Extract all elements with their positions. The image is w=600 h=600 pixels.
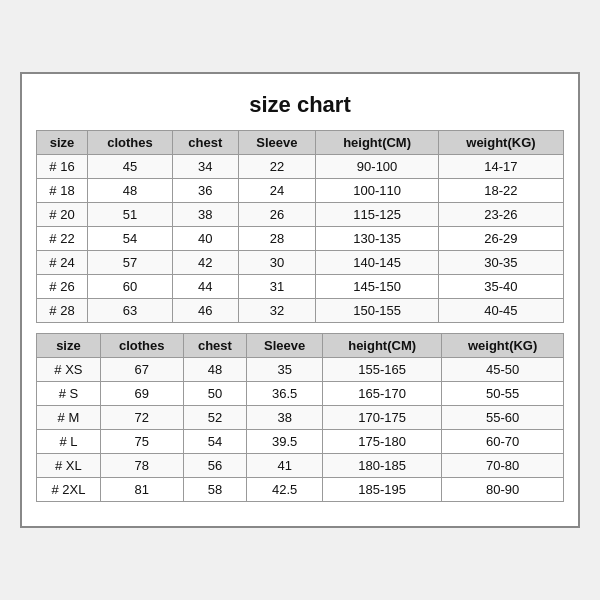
table-cell: 60-70	[442, 430, 564, 454]
table2-header-cell: chest	[183, 334, 247, 358]
table2-header-cell: height(CM)	[322, 334, 441, 358]
table-row: # 1645342290-10014-17	[37, 155, 564, 179]
table-cell: 165-170	[322, 382, 441, 406]
table-row: # 28634632150-15540-45	[37, 299, 564, 323]
table-cell: 30-35	[438, 251, 563, 275]
table-cell: 145-150	[316, 275, 439, 299]
table2-header-cell: weight(KG)	[442, 334, 564, 358]
table-cell: 130-135	[316, 227, 439, 251]
table1-body: # 1645342290-10014-17# 18483624100-11018…	[37, 155, 564, 323]
table-cell: # 20	[37, 203, 88, 227]
table2-header-cell: Sleeve	[247, 334, 323, 358]
table-cell: 180-185	[322, 454, 441, 478]
table-cell: 140-145	[316, 251, 439, 275]
table1-header-cell: clothes	[88, 131, 173, 155]
table2-header-cell: clothes	[100, 334, 183, 358]
table-row: # M725238170-17555-60	[37, 406, 564, 430]
table-row: # XS674835155-16545-50	[37, 358, 564, 382]
table-cell: 44	[172, 275, 238, 299]
table-cell: 26	[238, 203, 316, 227]
table-cell: 81	[100, 478, 183, 502]
table-cell: # 24	[37, 251, 88, 275]
table-cell: 45	[88, 155, 173, 179]
table-cell: 45-50	[442, 358, 564, 382]
size-chart-container: size chart sizeclotheschestSleeveheight(…	[20, 72, 580, 528]
table-cell: 38	[172, 203, 238, 227]
table-cell: 50	[183, 382, 247, 406]
table-cell: 32	[238, 299, 316, 323]
table-cell: 72	[100, 406, 183, 430]
table-row: # 2XL815842.5185-19580-90	[37, 478, 564, 502]
table1-header-cell: chest	[172, 131, 238, 155]
table-cell: 31	[238, 275, 316, 299]
table2-body: # XS674835155-16545-50# S695036.5165-170…	[37, 358, 564, 502]
table-cell: 14-17	[438, 155, 563, 179]
table-cell: 100-110	[316, 179, 439, 203]
table-cell: 115-125	[316, 203, 439, 227]
table-cell: # 26	[37, 275, 88, 299]
table-cell: # XS	[37, 358, 101, 382]
table-cell: 58	[183, 478, 247, 502]
table-cell: 46	[172, 299, 238, 323]
table-cell: 26-29	[438, 227, 563, 251]
table-cell: 24	[238, 179, 316, 203]
table-row: # 18483624100-11018-22	[37, 179, 564, 203]
table-cell: 30	[238, 251, 316, 275]
table-cell: 150-155	[316, 299, 439, 323]
table-cell: 48	[88, 179, 173, 203]
table-row: # 26604431145-15035-40	[37, 275, 564, 299]
table-cell: 34	[172, 155, 238, 179]
table-cell: 78	[100, 454, 183, 478]
table-cell: 40	[172, 227, 238, 251]
table-cell: 80-90	[442, 478, 564, 502]
table-cell: # 16	[37, 155, 88, 179]
table-cell: 67	[100, 358, 183, 382]
size-table-2: sizeclotheschestSleeveheight(CM)weight(K…	[36, 333, 564, 502]
table-cell: 36	[172, 179, 238, 203]
table-cell: 51	[88, 203, 173, 227]
table1-header-cell: size	[37, 131, 88, 155]
table-cell: # 28	[37, 299, 88, 323]
table-cell: 23-26	[438, 203, 563, 227]
table-cell: 48	[183, 358, 247, 382]
table-cell: 38	[247, 406, 323, 430]
table-cell: 35	[247, 358, 323, 382]
table-cell: 155-165	[322, 358, 441, 382]
table-cell: # L	[37, 430, 101, 454]
table-row: # S695036.5165-17050-55	[37, 382, 564, 406]
table-cell: 22	[238, 155, 316, 179]
table-cell: 42	[172, 251, 238, 275]
table1-header-row: sizeclotheschestSleeveheight(CM)weight(K…	[37, 131, 564, 155]
table-cell: 75	[100, 430, 183, 454]
table-cell: # M	[37, 406, 101, 430]
table-cell: 54	[183, 430, 247, 454]
table-row: # L755439.5175-18060-70	[37, 430, 564, 454]
table-cell: # XL	[37, 454, 101, 478]
size-table-1: sizeclotheschestSleeveheight(CM)weight(K…	[36, 130, 564, 323]
table-cell: 39.5	[247, 430, 323, 454]
table-cell: 41	[247, 454, 323, 478]
table-row: # 24574230140-14530-35	[37, 251, 564, 275]
table-row: # XL785641180-18570-80	[37, 454, 564, 478]
table-cell: 63	[88, 299, 173, 323]
table-cell: 56	[183, 454, 247, 478]
table-cell: 35-40	[438, 275, 563, 299]
table-cell: 57	[88, 251, 173, 275]
table-cell: 50-55	[442, 382, 564, 406]
table-cell: 90-100	[316, 155, 439, 179]
table-cell: 55-60	[442, 406, 564, 430]
table-cell: 36.5	[247, 382, 323, 406]
table-cell: # 22	[37, 227, 88, 251]
table-cell: 185-195	[322, 478, 441, 502]
table-cell: 54	[88, 227, 173, 251]
table-cell: 69	[100, 382, 183, 406]
table2-header-row: sizeclotheschestSleeveheight(CM)weight(K…	[37, 334, 564, 358]
table-cell: # 2XL	[37, 478, 101, 502]
table-cell: 40-45	[438, 299, 563, 323]
table-cell: 70-80	[442, 454, 564, 478]
table-cell: 52	[183, 406, 247, 430]
table-cell: 28	[238, 227, 316, 251]
table-row: # 20513826115-12523-26	[37, 203, 564, 227]
table-cell: 170-175	[322, 406, 441, 430]
table1-header-cell: height(CM)	[316, 131, 439, 155]
